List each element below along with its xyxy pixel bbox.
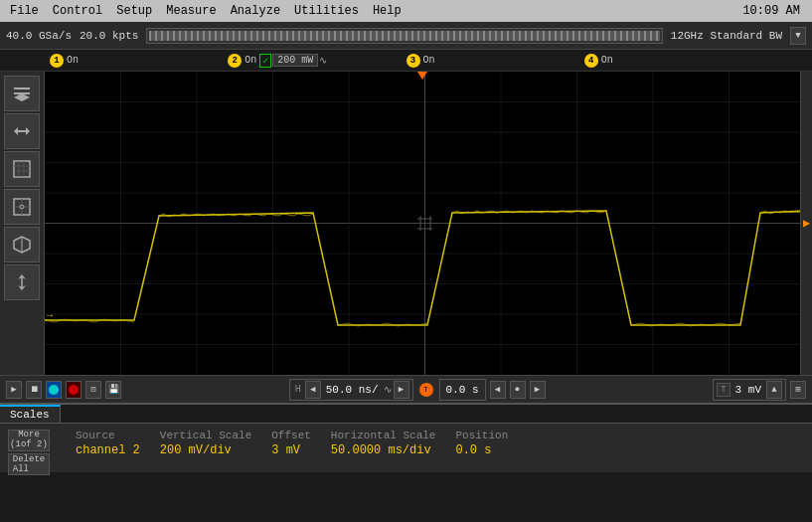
waveform-svg (45, 72, 800, 375)
scales-vertical-value: 200 mV/div (160, 443, 251, 457)
menubar: File Control Setup Measure Analyze Utili… (0, 0, 812, 22)
waveform-icon-btn[interactable]: ⊡ (85, 381, 101, 399)
scales-horizontal-label: Horizontal Scale (331, 430, 436, 441)
h-label: H (293, 384, 303, 395)
red-circle-btn[interactable] (66, 381, 81, 399)
scales-horizontal-group: Horizontal Scale 50.0000 ms/div (331, 430, 436, 475)
wave-symbol: ∿ (384, 384, 392, 396)
pos-left-btn[interactable]: ◀ (490, 381, 506, 399)
scales-horizontal-value: 50.0000 ms/div (331, 443, 436, 457)
trigger-settings-btn[interactable]: ⊞ (790, 381, 806, 399)
ch2-on-label: On (244, 55, 256, 66)
top-toolbar: 40.0 GSa/s 20.0 kpts 12GHz Standard BW ▼ (0, 22, 812, 50)
blue-circle-btn[interactable] (46, 381, 62, 399)
scales-offset-group: Offset 3 mV (271, 430, 311, 475)
svg-rect-5 (18, 130, 26, 132)
scales-position-group: Position 0.0 s (455, 430, 508, 475)
ch2-value-group: ✓ 200 mW ∿ (259, 54, 327, 68)
menu-file[interactable]: File (4, 3, 45, 19)
scales-position-label: Position (455, 430, 508, 441)
ch2-wave-icon: ∿ (319, 55, 327, 67)
action-buttons: More(1of 2) DeleteAll (8, 430, 50, 475)
scales-offset-value: 3 mV (271, 443, 311, 457)
stop-btn[interactable]: ⏹ (26, 381, 42, 399)
bottom-toolbar: ▶ ⏹ ⊡ 💾 H ◀ 50.0 ns/ ∿ ▶ T 0.0 s ◀ ● ▶ T… (0, 375, 812, 403)
menu-analyze[interactable]: Analyze (225, 3, 286, 19)
menu-utilities[interactable]: Utilities (288, 3, 365, 19)
ch3-on-label: On (423, 55, 435, 66)
sidebar-btn-1[interactable] (4, 113, 40, 149)
more-btn[interactable]: More(1of 2) (8, 430, 50, 451)
scales-panel: Scales More(1of 2) DeleteAll Source chan… (0, 403, 812, 472)
scales-vertical-label: Vertical Scale (160, 430, 251, 441)
svg-marker-4 (26, 127, 30, 135)
trigger-marker (417, 72, 427, 80)
time-div-value: 50.0 ns/ (323, 384, 382, 396)
scales-source-value: channel 2 (76, 443, 140, 457)
ch3-num: 3 (406, 54, 420, 68)
menu-measure[interactable]: Measure (160, 3, 222, 19)
menu-help[interactable]: Help (367, 3, 407, 19)
clock-display: 10:09 AM (742, 4, 808, 18)
channel-2-indicator: 2 On ✓ 200 mW ∿ (228, 54, 406, 68)
scales-source-label: Source (76, 430, 140, 441)
scales-vertical-group: Vertical Scale 200 mV/div (160, 430, 251, 475)
scales-tabs: Scales (0, 405, 812, 424)
svg-rect-6 (14, 161, 30, 177)
time-decrease-btn[interactable]: ◀ (305, 381, 321, 399)
scales-source-group: Source channel 2 (76, 430, 140, 475)
toolbar-settings-btn[interactable]: ▼ (790, 27, 806, 45)
waveform-preview-bar (146, 28, 662, 44)
sidebar-btn-4[interactable] (4, 227, 40, 262)
channel-4-indicator: 4 On (584, 54, 762, 68)
scope-display: → (45, 72, 800, 375)
sidebar-btn-3[interactable] (4, 189, 40, 225)
scales-tab[interactable]: Scales (0, 405, 61, 423)
ch1-on-label: On (67, 55, 79, 66)
scales-content: More(1of 2) DeleteAll Source channel 2 V… (0, 424, 812, 481)
right-panel: ▶ (800, 72, 812, 375)
red-dot (69, 385, 79, 395)
ch1-num: 1 (50, 54, 64, 68)
trigger-group: T 3 mV ▲ (713, 379, 786, 401)
trigger-orange-indicator: T (419, 383, 433, 397)
delete-all-btn[interactable]: DeleteAll (8, 453, 50, 475)
svg-marker-2 (14, 93, 30, 101)
pos-center-btn[interactable]: ● (510, 381, 526, 399)
scales-position-value: 0.0 s (455, 443, 508, 457)
time-pos-value: 0.0 s (443, 384, 482, 396)
sidebar-btn-2[interactable] (4, 151, 40, 187)
ch2-value: 200 mW (272, 54, 318, 67)
channel-3-indicator: 3 On (406, 54, 584, 68)
pos-right-btn[interactable]: ▶ (530, 381, 546, 399)
horizontal-time-group: H ◀ 50.0 ns/ ∿ ▶ (289, 379, 413, 401)
sidebar-btn-0[interactable] (4, 76, 40, 111)
ch4-num: 4 (584, 54, 598, 68)
trigger-value: 3 mV (732, 384, 764, 396)
trigger-up-btn[interactable]: ▲ (766, 381, 782, 399)
menu-control[interactable]: Control (47, 3, 108, 19)
trigger-orange-icon: T (419, 383, 433, 397)
time-position-group: 0.0 s (439, 379, 486, 401)
channel-header: 1 On 2 On ✓ 200 mW ∿ 3 On 4 On (0, 50, 812, 72)
ch1-marker: → (47, 310, 53, 321)
bw-label: 12GHz Standard BW (671, 30, 782, 42)
cyan-dot (49, 385, 59, 395)
ch2-check: ✓ (259, 54, 271, 68)
sidebar-btn-5[interactable] (4, 264, 40, 300)
svg-rect-0 (14, 87, 30, 89)
menu-items: File Control Setup Measure Analyze Utili… (4, 3, 407, 19)
svg-marker-3 (14, 127, 18, 135)
save-icon-btn[interactable]: 💾 (105, 381, 121, 399)
scales-offset-label: Offset (271, 430, 311, 441)
menu-setup[interactable]: Setup (110, 3, 158, 19)
channel-1-indicator: 1 On (50, 54, 228, 68)
right-arrow-icon[interactable]: ▶ (803, 216, 810, 231)
mem-depth-display: 20.0 kpts (80, 30, 138, 42)
trigger-t-label: T (717, 383, 730, 397)
sidebar (0, 72, 45, 375)
ch4-on-label: On (601, 55, 613, 66)
sample-rate-display: 40.0 GSa/s (6, 30, 72, 42)
run-btn[interactable]: ▶ (6, 381, 22, 399)
time-increase-btn[interactable]: ▶ (394, 381, 409, 399)
